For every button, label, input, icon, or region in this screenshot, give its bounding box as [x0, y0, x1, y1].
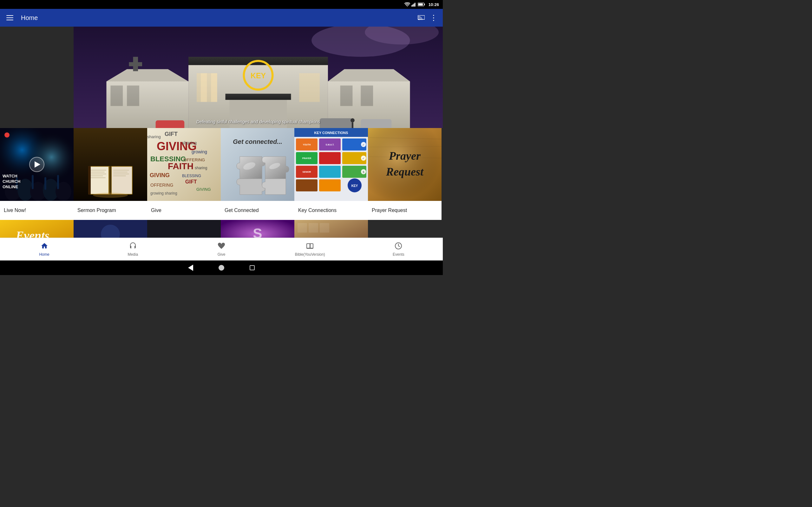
svg-text:GIVING: GIVING [196, 187, 211, 192]
hero-section: KEY Defeating sinful challenges and deve… [73, 26, 443, 128]
nav-bible[interactable]: Bible(YouVersion) [266, 239, 354, 259]
svg-text:Get connected...: Get connected... [233, 138, 282, 145]
svg-rect-55 [112, 167, 132, 194]
home-nav-label: Home [39, 252, 49, 257]
bible-nav-label: Bible(YouVersion) [295, 252, 325, 257]
more-options-icon[interactable]: ⋮ [430, 13, 438, 22]
svg-rect-65 [88, 166, 91, 194]
svg-text:KEY: KEY [351, 184, 358, 187]
bible-nav-icon [306, 242, 314, 251]
nav-media[interactable]: Media [89, 239, 177, 259]
sermon-program-card[interactable]: Sermon Program [73, 128, 147, 220]
home-button[interactable] [218, 265, 224, 271]
prayer-image: Prayer Request [368, 128, 442, 201]
svg-text:Request: Request [386, 165, 424, 178]
connected-image: Get connected... [221, 128, 294, 201]
svg-rect-61 [113, 170, 129, 170]
svg-rect-16 [110, 86, 123, 106]
prayer-request-card[interactable]: Prayer Request Prayer Request [368, 128, 442, 220]
recents-button[interactable] [250, 265, 255, 270]
svg-text:growing sharing: growing sharing [150, 191, 177, 195]
svg-rect-57 [90, 172, 105, 172]
svg-rect-62 [113, 172, 128, 172]
live-now-label: Live Now! [0, 201, 73, 220]
status-bar: 10:26 [0, 0, 443, 9]
svg-text:Prayer: Prayer [389, 150, 421, 162]
app-title: Home [21, 14, 418, 21]
svg-text:sharing: sharing [182, 140, 197, 146]
get-connected-card[interactable]: Get connected... [221, 128, 294, 220]
svg-text:S.M.A.T.: S.M.A.T. [326, 144, 334, 146]
svg-text:sharing: sharing [195, 166, 207, 170]
key-connections-card[interactable]: KEY CONNECTIONS KEY [294, 128, 368, 220]
hamburger-menu[interactable] [5, 14, 14, 21]
media-nav-icon [129, 242, 137, 251]
svg-text:SENIOR: SENIOR [303, 171, 311, 173]
events-nav-icon [395, 242, 402, 251]
key-connections-label: Key Connections [294, 201, 368, 220]
svg-rect-27 [299, 73, 320, 102]
connections-image: KEY CONNECTIONS KEY [294, 128, 368, 201]
svg-text:KEY CONNECTIONS: KEY CONNECTIONS [314, 131, 348, 135]
church-svg: KEY [73, 26, 443, 128]
home-nav-icon [41, 242, 48, 251]
svg-text:GIFT: GIFT [185, 179, 197, 184]
sermon-image [73, 128, 147, 201]
svg-text:growing: growing [192, 149, 207, 154]
svg-rect-129 [309, 223, 318, 233]
svg-point-66 [93, 193, 128, 198]
nav-home[interactable]: Home [0, 239, 89, 259]
svg-rect-1 [411, 5, 412, 7]
svg-rect-8 [418, 15, 425, 19]
signal-indicators [404, 2, 425, 7]
svg-rect-59 [90, 176, 103, 176]
app-bar: Home ⋮ [0, 9, 443, 26]
give-image: GIVING BLESSING FAITH sharing growing GI… [147, 128, 221, 201]
svg-text:PRAYER: PRAYER [302, 157, 311, 159]
nav-events[interactable]: Events [354, 239, 443, 259]
svg-text:✓: ✓ [362, 143, 365, 147]
give-label: Give [147, 201, 221, 220]
battery-icon [418, 2, 425, 7]
nav-give[interactable]: Give [177, 239, 265, 259]
svg-rect-64 [113, 176, 126, 176]
svg-rect-128 [298, 223, 307, 233]
svg-text:sharing: sharing [147, 134, 161, 139]
watch-church-label: WATCHCHURCHONLINE [3, 174, 73, 190]
give-nav-icon [217, 242, 225, 251]
svg-rect-60 [90, 177, 106, 178]
svg-text:GIFT: GIFT [165, 131, 177, 137]
give-card[interactable]: GIVING BLESSING FAITH sharing growing GI… [147, 128, 221, 220]
svg-rect-19 [129, 62, 142, 66]
svg-rect-28 [201, 73, 207, 102]
sermon-label: Sermon Program [73, 201, 147, 220]
svg-rect-99 [296, 179, 317, 191]
prayer-request-label: Prayer Request [368, 201, 442, 220]
svg-rect-53 [109, 166, 111, 194]
hero-image: KEY [73, 26, 443, 128]
record-indicator [4, 132, 9, 137]
svg-rect-131 [310, 244, 310, 248]
svg-text:OFFERING: OFFERING [150, 182, 173, 187]
live-now-card[interactable]: WATCHCHURCHONLINE Live Now! [0, 128, 73, 220]
wifi-icon [404, 2, 410, 7]
svg-text:✓: ✓ [362, 157, 365, 160]
svg-rect-130 [320, 223, 329, 233]
svg-text:GIVING: GIVING [150, 172, 170, 178]
svg-rect-29 [211, 73, 217, 102]
svg-rect-9 [418, 19, 419, 20]
media-nav-label: Media [128, 252, 138, 257]
app-bar-actions: ⋮ [418, 13, 438, 22]
svg-point-0 [407, 6, 408, 7]
status-bar-right: 10:26 [404, 2, 439, 7]
play-button[interactable] [29, 157, 44, 172]
signal-icon [411, 2, 416, 7]
back-button[interactable] [188, 265, 193, 271]
cast-icon[interactable] [418, 14, 425, 21]
bottom-navigation: Home Media Give Bible(YouVersion) [0, 238, 443, 261]
svg-rect-7 [418, 3, 422, 5]
svg-rect-63 [113, 174, 129, 174]
svg-rect-2 [412, 4, 413, 7]
svg-rect-100 [319, 179, 341, 191]
svg-text:KEY: KEY [251, 72, 266, 80]
